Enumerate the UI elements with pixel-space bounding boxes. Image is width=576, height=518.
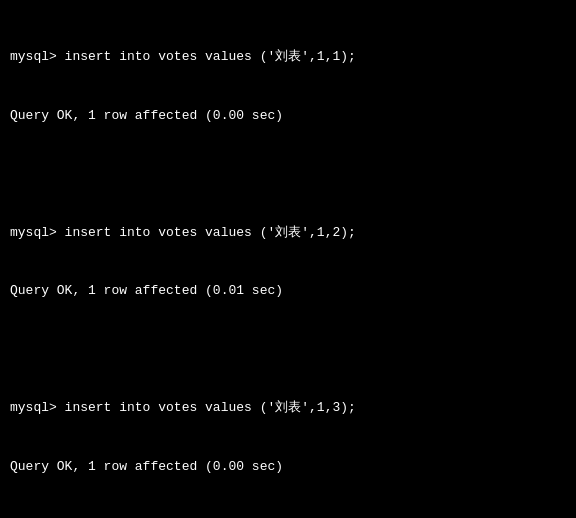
result-line-2: Query OK, 1 row affected (0.01 sec) xyxy=(10,281,566,301)
command-line-2: mysql> insert into votes values ('刘表',1,… xyxy=(10,223,566,243)
terminal-window: mysql> insert into votes values ('刘表',1,… xyxy=(10,8,566,518)
blank-1 xyxy=(10,164,566,184)
command-line-3: mysql> insert into votes values ('刘表',1,… xyxy=(10,398,566,418)
command-line-1: mysql> insert into votes values ('刘表',1,… xyxy=(10,47,566,67)
result-line-3: Query OK, 1 row affected (0.00 sec) xyxy=(10,457,566,477)
blank-2 xyxy=(10,340,566,360)
result-line-1: Query OK, 1 row affected (0.00 sec) xyxy=(10,106,566,126)
